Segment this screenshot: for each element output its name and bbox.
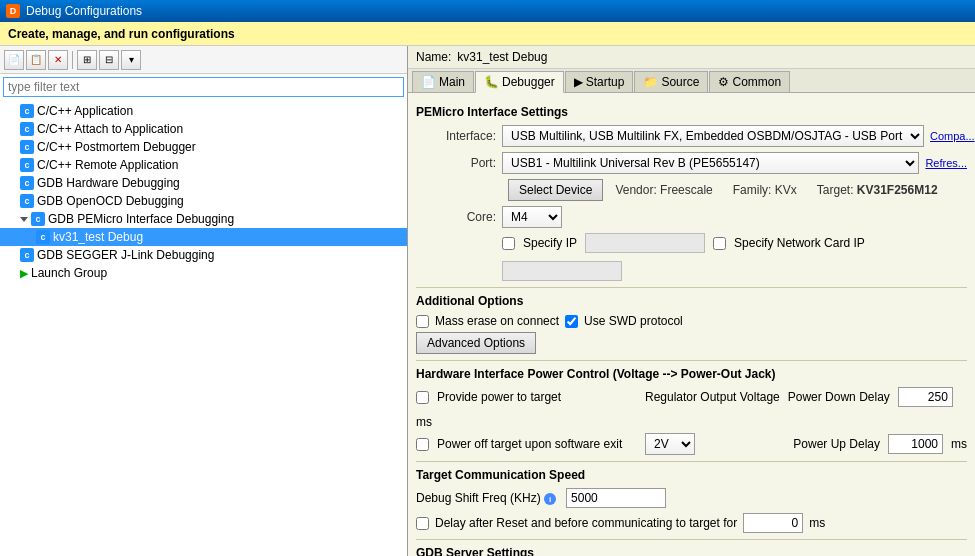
right-panel: Name: kv31_test Debug 📄 Main 🐛 Debugger … <box>408 46 975 556</box>
expand-arrow-icon <box>20 217 28 222</box>
tab-main[interactable]: 📄 Main <box>412 71 474 92</box>
launch-arrow-icon: ▶ <box>20 267 28 280</box>
ci-icon: c <box>31 212 45 226</box>
regulator-label: Regulator Output Voltage <box>645 390 780 404</box>
advanced-options-button[interactable]: Advanced Options <box>416 332 536 354</box>
tree-item-cpp-postmortem[interactable]: c C/C++ Postmortem Debugger <box>0 138 407 156</box>
mass-erase-checkbox[interactable] <box>416 315 429 328</box>
power-off-row: Power off target upon software exit 2V 1… <box>416 433 967 455</box>
delay-reset-row: Delay after Reset and before communicati… <box>416 513 967 533</box>
tree-item-label: Launch Group <box>31 266 107 280</box>
tree-item-cpp-app[interactable]: c C/C++ Application <box>0 102 407 120</box>
tree-item-gdb-openocd[interactable]: c GDB OpenOCD Debugging <box>0 192 407 210</box>
provide-power-label: Provide power to target <box>437 390 637 404</box>
tree-item-cpp-attach[interactable]: c C/C++ Attach to Application <box>0 120 407 138</box>
bug-icon: 🐛 <box>484 75 499 89</box>
voltage-select[interactable]: 2V 1.8V 3.3V 5V <box>645 433 695 455</box>
port-select[interactable]: USB1 - Multilink Universal Rev B (PE5655… <box>502 152 919 174</box>
dropdown-button[interactable]: ▾ <box>121 50 141 70</box>
core-label: Core: <box>416 210 496 224</box>
title-bar: D Debug Configurations <box>0 0 975 22</box>
tree-item-gdb-pemicro[interactable]: c GDB PEMicro Interface Debugging <box>0 210 407 228</box>
mass-erase-label: Mass erase on connect <box>435 314 559 328</box>
tab-common[interactable]: ⚙ Common <box>709 71 790 92</box>
tree-item-label: C/C++ Remote Application <box>37 158 178 172</box>
target-value: KV31F256M12 <box>857 183 938 197</box>
tab-common-label: Common <box>732 75 781 89</box>
refresh-button[interactable]: Refres... <box>925 157 967 169</box>
expand-all-button[interactable]: ⊞ <box>77 50 97 70</box>
power-off-label: Power off target upon software exit <box>437 437 637 451</box>
content-area: 📄 📋 ✕ ⊞ ⊟ ▾ c C/C++ Application c <box>0 46 975 556</box>
tab-main-label: Main <box>439 75 465 89</box>
name-value: kv31_test Debug <box>457 50 547 64</box>
provide-power-row: Provide power to target Regulator Output… <box>416 387 967 429</box>
tree-item-gdb-hardware[interactable]: c GDB Hardware Debugging <box>0 174 407 192</box>
tree-item-launch-group[interactable]: ▶ Launch Group <box>0 264 407 282</box>
app-icon: D <box>6 4 20 18</box>
toolbar: 📄 📋 ✕ ⊞ ⊟ ▾ <box>0 46 407 74</box>
debug-shift-input[interactable] <box>566 488 666 508</box>
port-row: Port: USB1 - Multilink Universal Rev B (… <box>416 152 967 174</box>
use-swd-checkbox[interactable] <box>565 315 578 328</box>
power-up-input[interactable] <box>888 434 943 454</box>
filter-input[interactable] <box>3 77 404 97</box>
tree-item-kv31-debug[interactable]: c kv31_test Debug <box>0 228 407 246</box>
subtitle-bar: Create, manage, and run configurations <box>0 22 975 46</box>
tab-source[interactable]: 📁 Source <box>634 71 708 92</box>
ci-icon: c <box>20 248 34 262</box>
divider3 <box>416 461 967 462</box>
hw-power-section-header: Hardware Interface Power Control (Voltag… <box>416 367 967 381</box>
ci-icon: c <box>36 230 50 244</box>
target-label: Target: KV31F256M12 <box>817 183 938 197</box>
specify-ip-label: Specify IP <box>523 236 577 250</box>
tree-item-label: GDB PEMicro Interface Debugging <box>48 212 234 226</box>
ci-icon: c <box>20 158 34 172</box>
gdb-server-header: GDB Server Settings <box>416 546 967 556</box>
power-off-checkbox[interactable] <box>416 438 429 451</box>
filter-box <box>0 74 407 100</box>
provide-power-checkbox[interactable] <box>416 391 429 404</box>
port-label: Port: <box>416 156 496 170</box>
new-config-button[interactable]: 📄 <box>4 50 24 70</box>
tab-debugger[interactable]: 🐛 Debugger <box>475 71 564 93</box>
duplicate-button[interactable]: 📋 <box>26 50 46 70</box>
delay-reset-input[interactable] <box>743 513 803 533</box>
mass-erase-row: Mass erase on connect Use SWD protocol <box>416 314 967 328</box>
main-container: Create, manage, and run configurations 📄… <box>0 22 975 556</box>
compare-button[interactable]: Compa... <box>930 130 975 142</box>
interface-select[interactable]: USB Multilink, USB Multilink FX, Embedde… <box>502 125 924 147</box>
toolbar-separator <box>72 51 73 69</box>
specify-ip-checkbox[interactable] <box>502 237 515 250</box>
power-down-input[interactable] <box>898 387 953 407</box>
tree-area: c C/C++ Application c C/C++ Attach to Ap… <box>0 100 407 556</box>
delay-reset-checkbox[interactable] <box>416 517 429 530</box>
debug-shift-row: Debug Shift Freq (KHz) i <box>416 488 967 508</box>
debug-shift-label: Debug Shift Freq (KHz) i <box>416 491 556 506</box>
page-icon: 📄 <box>421 75 436 89</box>
select-device-button[interactable]: Select Device <box>508 179 603 201</box>
specify-network-input[interactable] <box>502 261 622 281</box>
specify-ip-input[interactable] <box>585 233 705 253</box>
divider2 <box>416 360 967 361</box>
specify-network-checkbox[interactable] <box>713 237 726 250</box>
core-row: Core: M4 M0 M3 M7 <box>416 206 967 228</box>
tree-item-cpp-remote[interactable]: c C/C++ Remote Application <box>0 156 407 174</box>
collapse-all-button[interactable]: ⊟ <box>99 50 119 70</box>
debugger-panel: PEMicro Interface Settings Interface: US… <box>408 93 975 556</box>
tree-item-label: GDB SEGGER J-Link Debugging <box>37 248 214 262</box>
tabs-bar: 📄 Main 🐛 Debugger ▶ Startup 📁 Source ⚙ <box>408 69 975 93</box>
tree-item-gdb-segger[interactable]: c GDB SEGGER J-Link Debugging <box>0 246 407 264</box>
additional-options-header: Additional Options <box>416 294 967 308</box>
tab-debugger-label: Debugger <box>502 75 555 89</box>
power-up-label: Power Up Delay <box>793 437 880 451</box>
vendor-info: Vendor: Freescale Family: KVx Target: KV… <box>615 183 937 197</box>
tab-startup[interactable]: ▶ Startup <box>565 71 634 92</box>
delete-button[interactable]: ✕ <box>48 50 68 70</box>
play-icon: ▶ <box>574 75 583 89</box>
window-title: Debug Configurations <box>26 4 142 18</box>
tree-item-label: C/C++ Postmortem Debugger <box>37 140 196 154</box>
specify-ip-row: Specify IP Specify Network Card IP <box>416 233 967 281</box>
specify-network-label: Specify Network Card IP <box>734 236 865 250</box>
core-select[interactable]: M4 M0 M3 M7 <box>502 206 562 228</box>
